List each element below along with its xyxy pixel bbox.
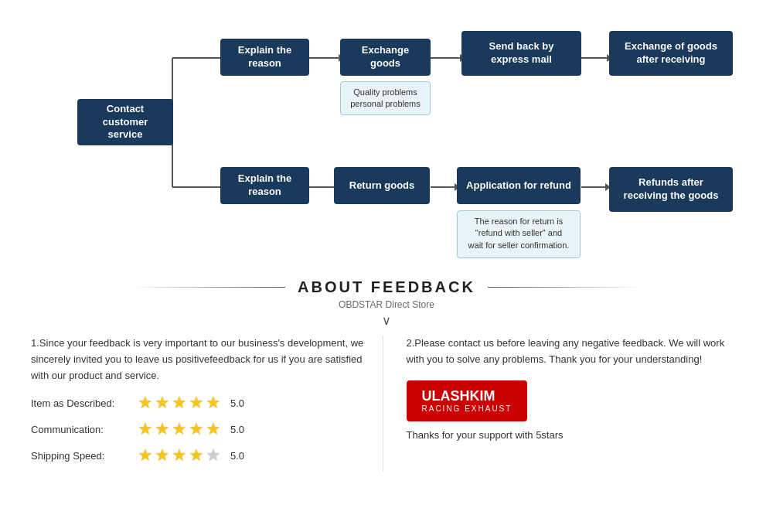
star-2: ★	[155, 393, 170, 413]
feedback-title-row: ABOUT FEEDBACK	[31, 278, 742, 296]
star-3: ★	[172, 445, 187, 466]
brand-sub: RACING EXHAUST	[422, 404, 512, 414]
exchange-goods-box: Exchange goods	[340, 39, 431, 76]
feedback-title: ABOUT FEEDBACK	[298, 278, 475, 296]
rating-label-described: Item as Described:	[31, 397, 131, 409]
refunds-after-box: Refunds after receiving the goods	[609, 167, 733, 212]
refund-note: The reason for return is"refund with sel…	[457, 210, 581, 258]
star-2: ★	[155, 419, 170, 439]
star-1: ★	[138, 393, 153, 413]
star-3: ★	[172, 419, 187, 439]
feedback-section: ABOUT FEEDBACK OBDSTAR Direct Store ∨ 1.…	[0, 271, 773, 479]
exchange-after-box: Exchange of goods after receiving	[609, 31, 733, 76]
brand-logo: ULASHKIM RACING EXHAUST	[407, 380, 528, 422]
star-5: ★	[206, 445, 221, 466]
star-5: ★	[206, 419, 221, 439]
rating-label-communication: Communication:	[31, 424, 131, 435]
star-4: ★	[189, 393, 204, 413]
rating-row-communication: Communication: ★ ★ ★ ★ ★ 5.0	[31, 419, 367, 439]
right-divider	[488, 287, 642, 288]
feedback-body: 1.Since your feedback is very important …	[31, 336, 742, 472]
star-4: ★	[189, 445, 204, 466]
star-2: ★	[155, 445, 170, 466]
left-divider	[131, 287, 285, 288]
rating-label-shipping: Shipping Speed:	[31, 450, 131, 462]
star-5: ★	[206, 393, 221, 413]
rating-score-communication: 5.0	[230, 424, 244, 435]
rating-score-shipping: 5.0	[230, 450, 244, 462]
star-4: ★	[189, 419, 204, 439]
feedback-chevron: ∨	[31, 313, 742, 328]
explain2-box: Explain the reason	[220, 167, 309, 204]
feedback-right: 2.Please contact us before leaving any n…	[383, 336, 743, 472]
brand-name: ULASHKIM	[422, 388, 495, 404]
rating-row-described: Item as Described: ★ ★ ★ ★ ★ 5.0	[31, 393, 367, 413]
star-1: ★	[138, 445, 153, 466]
rating-row-shipping: Shipping Speed: ★ ★ ★ ★ ★ 5.0	[31, 445, 367, 466]
stars-described: ★ ★ ★ ★ ★	[138, 393, 221, 413]
flowchart-section: Contact customer service Explain the rea…	[0, 0, 773, 271]
thanks-text: Thanks for your support with 5stars	[407, 429, 564, 441]
rating-score-described: 5.0	[230, 397, 244, 409]
quality-note: Quality problemspersonal problems	[340, 81, 431, 115]
explain1-box: Explain the reason	[220, 39, 309, 76]
feedback-left-text: 1.Since your feedback is very important …	[31, 336, 367, 384]
application-refund-box: Application for refund	[457, 167, 581, 204]
feedback-left: 1.Since your feedback is very important …	[31, 336, 383, 472]
star-1: ★	[138, 419, 153, 439]
contact-box: Contact customer service	[77, 99, 173, 145]
feedback-subtitle: OBDSTAR Direct Store	[31, 299, 742, 310]
feedback-right-text: 2.Please contact us before leaving any n…	[407, 336, 743, 368]
star-3: ★	[172, 393, 187, 413]
stars-shipping: ★ ★ ★ ★ ★	[138, 445, 221, 466]
send-back-box: Send back by express mail	[461, 31, 581, 76]
flow-container: Contact customer service Explain the rea…	[31, 15, 742, 263]
stars-communication: ★ ★ ★ ★ ★	[138, 419, 221, 439]
return-goods-box: Return goods	[334, 167, 430, 204]
